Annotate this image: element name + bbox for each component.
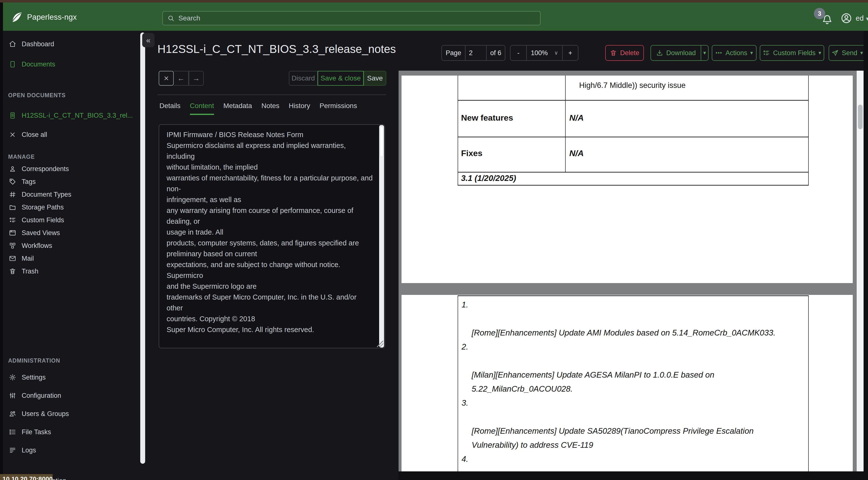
zoom-in-button[interactable]: + xyxy=(562,46,578,60)
download-menu-button[interactable]: ▾ xyxy=(701,46,708,60)
manage-list: Correspondents Tags Document Types Stora… xyxy=(3,162,140,278)
sidebar-item[interactable]: Dashboard xyxy=(3,34,140,54)
tab[interactable]: History xyxy=(289,102,310,115)
document-nav-group: ← → xyxy=(159,71,204,86)
pdf-list-item: 3. [Rome][Enhancements] Update SA50289(T… xyxy=(458,396,808,452)
tab-label: Content xyxy=(190,102,214,110)
sidebar-item-label: Dashboard xyxy=(22,40,54,48)
sidebar-item-label: Document Types xyxy=(22,191,71,199)
sidebar-item[interactable]: Tags xyxy=(3,175,140,188)
save-and-close-button[interactable]: Save & close xyxy=(318,71,364,86)
window-bottom-edge xyxy=(399,471,868,480)
user-avatar-icon[interactable] xyxy=(840,12,852,24)
sidebar-item-label: Saved Views xyxy=(22,229,60,237)
content-scrollbar-thumb[interactable] xyxy=(380,126,383,157)
sidebar-item-label: Configuration xyxy=(22,392,61,399)
sidebar-item-icon xyxy=(9,447,16,454)
download-button[interactable]: Download xyxy=(651,46,701,60)
sidebar-scrollbar[interactable] xyxy=(140,32,145,464)
app-window: Paperless-ngx 3 ed ▾ Dashboard Documents… xyxy=(0,0,868,480)
document-title: H12SSL-i_C_CT_NT_BIOS_3.3_release_notes xyxy=(157,42,438,56)
sidebar-item[interactable]: Logs xyxy=(3,441,140,459)
sidebar-item-icon xyxy=(9,204,16,211)
pdf-table-header-fragment: High/6.7 Middle)) security issue xyxy=(579,81,685,90)
pdf-table-row-value: N/A xyxy=(569,113,584,123)
pdf-scrollbar-track[interactable] xyxy=(857,71,864,471)
sidebar-item[interactable]: Saved Views xyxy=(3,227,140,239)
delete-button[interactable]: Delete xyxy=(605,45,644,61)
sidebar-item-label: Mail xyxy=(22,255,34,262)
global-search xyxy=(162,11,540,25)
tab[interactable]: Notes xyxy=(261,102,279,115)
sidebar-item[interactable]: File Tasks xyxy=(3,423,140,441)
page-number-input[interactable] xyxy=(467,49,484,57)
sidebar-item[interactable]: Documents xyxy=(3,54,140,74)
sidebar-item[interactable]: Correspondents xyxy=(3,162,140,175)
sidebar-collapse-button[interactable]: « xyxy=(142,33,155,47)
chevron-down-icon: ∨ xyxy=(554,50,558,56)
sidebar-item[interactable]: Storage Paths xyxy=(3,201,140,214)
save-button[interactable]: Save xyxy=(364,71,386,86)
pdf-list-item: 1. [Rome][Enhancements] Update AMI Modul… xyxy=(458,298,808,340)
open-documents-section-label: OPEN DOCUMENTS xyxy=(8,92,112,99)
caret-down-icon: ▾ xyxy=(860,50,863,56)
sidebar-item[interactable]: Workflows xyxy=(3,239,140,252)
open-document-item[interactable]: H12SSL-i_C_CT_NT_BIOS_3.3_rel... xyxy=(3,106,140,125)
actions-button[interactable]: ⋯ Actions ▾ xyxy=(712,45,756,61)
open-document-item[interactable]: Close all xyxy=(3,125,140,144)
discard-button[interactable]: Discard xyxy=(289,71,318,86)
sidebar-item-icon xyxy=(9,229,16,237)
sidebar-item-label: Tags xyxy=(22,178,36,186)
sidebar-item[interactable]: Trash xyxy=(3,265,140,278)
zoom-out-button[interactable]: - xyxy=(510,46,526,60)
sidebar-item[interactable]: Document Types xyxy=(3,188,140,201)
previous-document-button[interactable]: ← xyxy=(174,71,189,86)
sidebar-primary-nav: Dashboard Documents xyxy=(3,34,140,74)
open-document-label: Close all xyxy=(22,131,47,139)
close-document-button[interactable] xyxy=(159,71,174,86)
app-brand[interactable]: Paperless-ngx xyxy=(10,10,77,24)
trash-icon xyxy=(610,49,617,57)
send-button[interactable]: Send ▾ xyxy=(829,45,866,61)
ellipsis-icon: ⋯ xyxy=(715,49,722,57)
download-icon xyxy=(656,49,663,57)
document-tabs: Details Content Metadata Notes History P… xyxy=(159,102,357,115)
zoom-level-select[interactable]: 100% ∨ xyxy=(526,46,562,60)
custom-fields-button[interactable]: Custom Fields ▾ xyxy=(760,45,824,61)
sidebar-item-icon xyxy=(9,410,16,418)
sidebar-item[interactable]: Configuration xyxy=(3,387,140,405)
tab[interactable]: Metadata xyxy=(223,102,252,115)
sidebar-item[interactable]: Custom Fields xyxy=(3,214,140,227)
sidebar-item-label: Documents xyxy=(22,61,55,68)
sidebar-item[interactable]: Mail xyxy=(3,252,140,265)
tab-label: Notes xyxy=(261,102,279,110)
zoom-controls: - 100% ∨ + xyxy=(510,45,579,61)
tab[interactable]: Permissions xyxy=(319,102,357,115)
sidebar-item-icon xyxy=(9,255,16,262)
feather-logo-icon xyxy=(10,11,23,24)
page-label: Page xyxy=(442,46,465,60)
sidebar-item[interactable]: Settings xyxy=(3,368,140,387)
next-document-button[interactable]: → xyxy=(189,71,204,86)
pdf-scrollbar-thumb[interactable] xyxy=(858,104,863,129)
sidebar-item-icon xyxy=(9,216,16,224)
page-input-cell xyxy=(465,46,486,60)
user-menu[interactable]: ed xyxy=(856,14,864,22)
content-textarea[interactable]: IPMI Firmware / BIOS Release Notes Form … xyxy=(159,124,385,348)
content-scrollbar-track[interactable] xyxy=(379,125,384,348)
tab[interactable]: Content xyxy=(190,102,214,115)
sidebar-item[interactable]: Users & Groups xyxy=(3,405,140,423)
tab-label: Permissions xyxy=(319,102,357,110)
edit-actions-group: Discard Save & close Save xyxy=(289,71,386,86)
panel-divider xyxy=(157,94,386,95)
user-menu-caret-icon: ▾ xyxy=(866,15,868,22)
search-input[interactable] xyxy=(178,14,536,22)
tab[interactable]: Details xyxy=(159,102,181,115)
brand-name: Paperless-ngx xyxy=(27,13,77,22)
textarea-resize-handle[interactable] xyxy=(377,341,383,347)
pdf-page-2: 1. [Rome][Enhancements] Update AMI Modul… xyxy=(402,295,853,471)
caret-down-icon: ▾ xyxy=(818,50,821,56)
sidebar-item-label: Trash xyxy=(22,268,38,275)
search-icon xyxy=(167,14,175,22)
custom-fields-icon xyxy=(763,49,770,57)
